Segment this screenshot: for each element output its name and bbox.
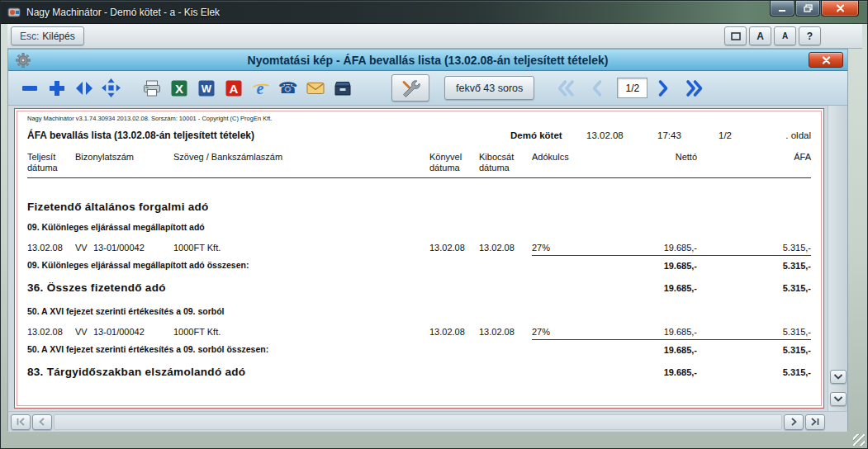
scroll-last-button[interactable] [805,414,825,430]
font-large-button[interactable]: A [749,26,771,45]
export-excel-button[interactable]: X [168,75,190,102]
horizontal-scrollbar[interactable] [8,411,847,432]
report-subheading: 09. Különleges eljárással megállapított … [27,222,811,232]
scroll-right-button[interactable] [784,414,804,430]
first-page-icon [555,78,576,99]
dialog-header: Nyomtatási kép - ÁFA bevallás lista (13.… [8,50,847,71]
printer-icon [142,78,162,98]
col-kibocsat: Kibocsátdátuma [479,152,532,173]
help-button[interactable]: ? [799,26,821,45]
zoom-in-button[interactable] [45,75,68,102]
cell-issued: 13.02.08 [479,243,532,253]
report-page: Nagy Machinátor v3.1.74.30934 2013.02.08… [14,108,824,409]
previous-page-icon [586,78,608,99]
last-page-button[interactable] [683,75,705,102]
report-data-row: 13.02.08 VV 13-01/00042 1000FT Kft. 13.0… [27,327,811,337]
open-in-browser-button[interactable]: e [249,75,272,102]
total-label: 09. Különleges eljárással megállapított … [27,255,532,271]
scroll-down-line-button[interactable] [830,370,847,384]
section-total-net: 19.685,- [596,283,697,293]
internet-explorer-icon: e [251,78,271,98]
close-icon [836,4,845,12]
export-word-button[interactable]: W [195,75,217,102]
export-pdf-button[interactable]: A [222,75,244,102]
report-title: ÁFA bevallás lista (13.02.08-án teljesít… [27,130,510,141]
col-bizonylatszam: Bizonylatszám [75,152,173,173]
page-indicator[interactable]: 1/2 [617,78,647,98]
restore-button[interactable] [795,1,820,17]
gear-icon [15,52,31,69]
svg-text:W: W [201,83,211,95]
zoom-in-icon [47,78,67,98]
preview-toolbar: X W A e ☎ [8,71,847,106]
chevron-last-icon [810,418,820,426]
chevron-down-icon [833,396,843,402]
cell-text: 1000FT Kft. [173,327,429,337]
total-net: 19.685,- [596,339,697,355]
cell-tax: 27% [532,327,596,337]
cell-net: 19.685,- [596,327,697,337]
cell-issued: 13.02.08 [479,327,532,337]
col-adokulcs: Adókulcs [532,152,596,173]
page-layout-label: fekvő 43 soros [456,83,523,94]
total-label: 50. A XVI fejezet szerinti értékesítés a… [27,339,532,355]
scroll-first-button[interactable] [11,414,31,430]
first-page-button[interactable] [554,75,576,102]
fit-page-icon [101,78,121,98]
vertical-scrollbar[interactable] [828,106,847,411]
titlebar[interactable]: Nagy Machinátor - Demó kötet - a - Kis E… [1,1,867,24]
wrench-icon [400,78,421,99]
report-total-row: 09. Különleges eljárással megállapított … [27,255,811,271]
total-vat: 5.315,- [697,255,811,271]
menubar-right-buttons: A A ? [724,26,821,45]
cell-vat: 5.315,- [697,327,811,337]
page-layout-button[interactable]: fekvő 43 soros [444,76,534,100]
col-teljesit: Teljesítdátuma [27,152,75,173]
dialog-close-icon [822,56,831,64]
col-afa: ÁFA [697,152,811,173]
dialog-close-button[interactable] [809,52,843,68]
report-section-total-row: 83. Tárgyidőszakban elszámolandó adó 19.… [27,366,811,378]
next-page-icon [652,78,674,99]
resize-grip-icon[interactable] [853,434,865,446]
minimize-icon [778,5,786,12]
cell-code: VV [75,243,93,253]
section-total-label: 83. Tárgyidőszakban elszámolandó adó [27,366,532,378]
scroll-down-page-button[interactable] [830,392,847,406]
print-button[interactable] [140,75,163,102]
fit-width-icon [74,78,94,98]
close-button[interactable] [821,1,859,17]
fax-button[interactable]: ☎ [277,75,299,102]
svg-text:X: X [174,81,183,95]
chevron-down-icon [833,374,843,380]
fit-width-button[interactable] [73,75,95,102]
email-button[interactable] [304,75,326,102]
excel-icon: X [169,78,189,98]
zoom-out-icon [20,78,40,98]
exit-button-label: Kilépés [42,31,74,42]
minimize-button[interactable] [770,1,794,17]
cell-date: 13.02.08 [27,243,75,253]
window-title: Nagy Machinátor - Demó kötet - a - Kis E… [26,7,220,18]
scroll-left-button[interactable] [32,414,52,430]
app-icon [7,6,21,19]
print-settings-button[interactable] [391,74,429,102]
cell-date: 13.02.08 [27,327,75,337]
next-page-button[interactable] [652,75,674,102]
restore-icon [804,4,813,12]
report-time: 17:43 [657,130,719,140]
col-konyvel: Könyveldátuma [429,152,479,173]
window-mode-button[interactable] [724,26,747,45]
zoom-out-button[interactable] [18,75,40,102]
pdf-icon: A [224,78,244,98]
previous-page-button[interactable] [586,75,608,102]
exit-button-prefix: Esc: [20,31,39,42]
exit-button[interactable]: Esc: Kilépés [11,26,84,45]
fit-page-button[interactable] [100,75,122,102]
font-small-button[interactable]: A [774,26,796,45]
report-date: 13.02.08 [586,130,657,140]
horizontal-scroll-track[interactable] [54,414,782,430]
cell-vat: 5.315,- [697,243,811,253]
archive-button[interactable] [331,75,353,102]
col-netto: Nettó [596,152,697,173]
